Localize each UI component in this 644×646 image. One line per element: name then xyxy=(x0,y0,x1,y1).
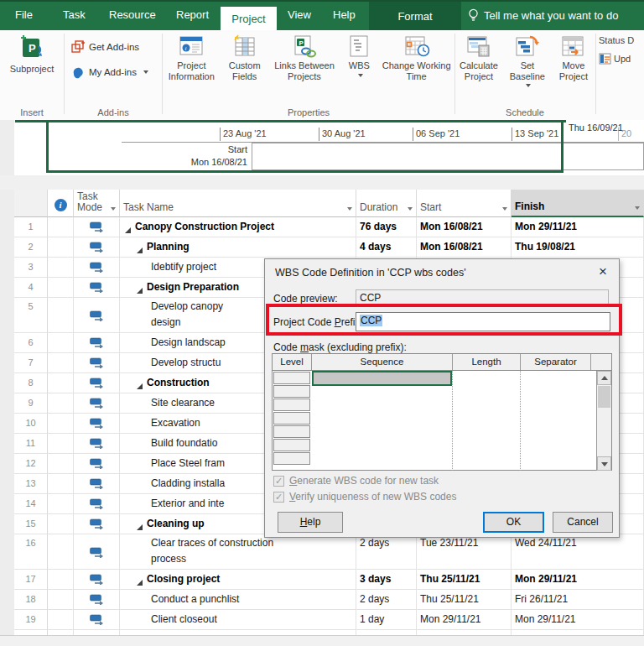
pane-divider[interactable] xyxy=(0,175,644,190)
row-task-mode-cell[interactable] xyxy=(74,278,120,298)
row-number[interactable]: 5 xyxy=(14,298,48,333)
row-number[interactable]: 15 xyxy=(14,514,48,534)
calculate-project-button[interactable]: Calculate Project xyxy=(455,33,502,89)
row-info-cell[interactable] xyxy=(48,494,74,514)
row-number[interactable]: 9 xyxy=(14,393,48,414)
links-between-projects-button[interactable]: P Links Between Projects xyxy=(270,33,339,84)
row-number[interactable]: 14 xyxy=(14,494,48,514)
row-number[interactable]: 17 xyxy=(14,570,48,590)
row-info-cell[interactable] xyxy=(48,454,74,474)
row-start-cell[interactable]: Thu 25/11/21 xyxy=(417,590,512,610)
row-number[interactable]: 11 xyxy=(14,434,48,454)
my-addins-button[interactable]: My Add-ins xyxy=(71,65,162,79)
filter-arrow-icon[interactable] xyxy=(635,206,640,210)
row-task-mode-cell[interactable] xyxy=(74,393,120,414)
row-number[interactable]: 8 xyxy=(14,373,48,393)
row-info-cell[interactable] xyxy=(48,570,74,590)
row-duration-cell[interactable]: 2 days xyxy=(356,590,417,610)
row-number[interactable]: 6 xyxy=(14,333,48,353)
row-finish-cell[interactable]: Fri 26/11/21 xyxy=(512,590,644,610)
row-task-mode-cell[interactable] xyxy=(74,570,120,590)
row-task-mode-cell[interactable] xyxy=(74,333,120,353)
update-project-button[interactable]: Upd xyxy=(599,53,634,65)
table-row[interactable]: 2 Planning 4 days Mon 16/08/21 Thu 19/08… xyxy=(14,237,644,258)
row-task-mode-cell[interactable] xyxy=(74,258,120,278)
row-number[interactable]: 1 xyxy=(14,217,48,237)
row-task-name-cell[interactable]: Clear traces of construction process xyxy=(120,534,356,570)
mask-selected-cell[interactable] xyxy=(312,371,452,386)
row-start-cell[interactable]: Tue 23/11/21 xyxy=(417,534,512,570)
row-task-mode-cell[interactable] xyxy=(74,610,120,630)
row-info-cell[interactable] xyxy=(48,414,74,434)
row-start-cell[interactable]: Mon 16/08/21 xyxy=(417,217,512,237)
tell-me-box[interactable]: Tell me what you want to do xyxy=(468,8,618,23)
row-task-mode-cell[interactable] xyxy=(74,434,120,454)
row-info-cell[interactable] xyxy=(48,434,74,454)
table-row[interactable]: 19 Client closeout 1 day Mon 29/11/21 Mo… xyxy=(14,610,644,630)
mask-level-cell[interactable] xyxy=(273,372,310,384)
row-finish-cell[interactable]: Thu 19/08/21 xyxy=(512,237,644,258)
close-icon[interactable]: × xyxy=(590,261,615,283)
row-info-cell[interactable] xyxy=(48,237,74,258)
gantt-pane-strip[interactable]: GANTT CHART xyxy=(0,190,14,646)
row-info-cell[interactable] xyxy=(48,298,74,333)
horizontal-scrollbar-area[interactable] xyxy=(0,635,644,646)
row-task-mode-cell[interactable] xyxy=(74,414,120,434)
row-task-mode-cell[interactable] xyxy=(74,590,120,610)
row-task-mode-cell[interactable] xyxy=(74,454,120,474)
row-info-cell[interactable] xyxy=(48,373,74,393)
generate-wbs-checkbox[interactable]: ✓ Generate WBS code for new task xyxy=(273,475,439,487)
scroll-thumb[interactable] xyxy=(598,386,610,408)
row-task-name-cell[interactable]: Conduct a punchlist xyxy=(120,590,356,610)
tab-resource[interactable]: Resource xyxy=(109,8,156,21)
subproject-button[interactable]: P Subproject xyxy=(9,33,55,76)
row-start-cell[interactable]: Thu 25/11/21 xyxy=(417,570,512,590)
select-all-cell[interactable] xyxy=(14,190,48,217)
collapse-triangle-icon[interactable] xyxy=(137,247,143,253)
status-date-label[interactable]: Status D xyxy=(599,35,634,45)
row-start-cell[interactable]: Mon 29/11/21 xyxy=(417,610,512,630)
mask-level-cell[interactable] xyxy=(273,439,310,451)
set-baseline-button[interactable]: Set Baseline xyxy=(502,33,553,89)
row-finish-cell[interactable]: Mon 29/11/21 xyxy=(512,217,644,237)
wbs-button[interactable]: WBS xyxy=(340,33,378,84)
tab-help[interactable]: Help xyxy=(333,8,356,21)
get-addins-button[interactable]: Get Add-ins xyxy=(71,40,162,54)
table-row[interactable]: 18 Conduct a punchlist 2 days Thu 25/11/… xyxy=(14,590,644,610)
change-working-time-button[interactable]: Change Working Time xyxy=(380,33,454,84)
row-info-cell[interactable] xyxy=(48,474,74,494)
row-duration-cell[interactable]: 1 day xyxy=(356,610,417,630)
filter-arrow-icon[interactable] xyxy=(111,207,116,211)
row-task-mode-cell[interactable] xyxy=(74,237,120,258)
row-start-cell[interactable]: Mon 16/08/21 xyxy=(417,237,512,258)
table-row[interactable]: 1 Canopy Construction Project 76 days Mo… xyxy=(14,217,644,237)
row-info-cell[interactable] xyxy=(48,333,74,353)
column-header-task-mode[interactable]: Task Mode xyxy=(74,190,120,217)
project-information-button[interactable]: i Project Information xyxy=(164,33,219,84)
column-header-start[interactable]: Start xyxy=(417,190,512,217)
tab-format[interactable]: Format xyxy=(369,10,461,23)
cancel-button[interactable]: Cancel xyxy=(553,512,613,533)
tab-project-active[interactable]: Project xyxy=(221,7,277,32)
timeline-pane-strip[interactable]: TIMELINE xyxy=(0,120,14,175)
row-task-name-cell[interactable]: Canopy Construction Project xyxy=(120,217,356,237)
column-header-task-name[interactable]: Task Name xyxy=(120,190,356,217)
row-info-cell[interactable] xyxy=(48,353,74,373)
row-info-cell[interactable] xyxy=(48,514,74,534)
row-finish-cell[interactable]: Mon 29/11/21 xyxy=(512,610,644,630)
row-task-name-cell[interactable]: Client closeout xyxy=(120,610,356,630)
ok-button[interactable]: OK xyxy=(483,512,544,533)
row-task-mode-cell[interactable] xyxy=(74,534,120,570)
row-number[interactable]: 10 xyxy=(14,414,48,434)
row-number[interactable]: 12 xyxy=(14,454,48,474)
collapse-triangle-icon[interactable] xyxy=(137,580,143,586)
row-number[interactable]: 3 xyxy=(14,258,48,278)
help-button[interactable]: Help xyxy=(278,512,343,533)
mask-level-cell[interactable] xyxy=(273,412,310,425)
scroll-up-icon[interactable] xyxy=(597,371,611,385)
column-header-duration[interactable]: Duration xyxy=(356,190,417,217)
row-duration-cell[interactable]: 4 days xyxy=(356,237,417,258)
row-task-name-cell[interactable]: Planning xyxy=(120,237,356,258)
scroll-down-icon[interactable] xyxy=(597,456,611,471)
row-number[interactable]: 2 xyxy=(14,237,48,258)
